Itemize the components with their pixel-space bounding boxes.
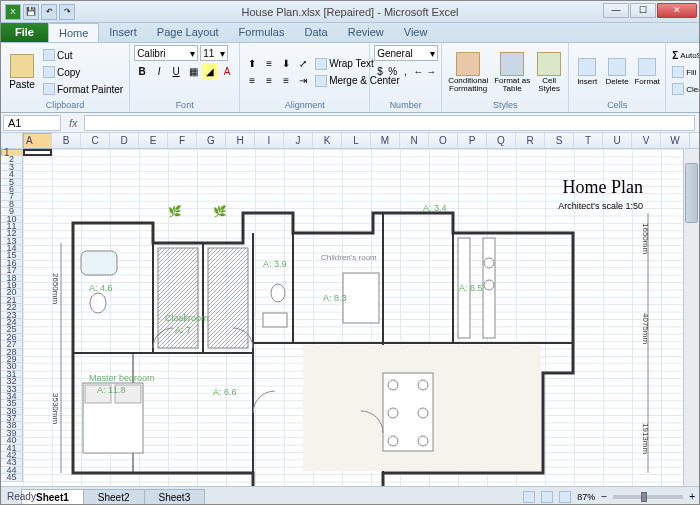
fill-button[interactable]: Fill bbox=[670, 64, 700, 80]
column-header[interactable]: C bbox=[81, 133, 110, 148]
save-icon[interactable]: 💾 bbox=[23, 4, 39, 20]
percent-button[interactable]: % bbox=[387, 63, 399, 79]
underline-button[interactable]: U bbox=[168, 63, 184, 79]
page-break-view-icon[interactable] bbox=[559, 491, 571, 503]
normal-view-icon[interactable] bbox=[523, 491, 535, 503]
maximize-button[interactable]: ☐ bbox=[630, 3, 656, 18]
column-header[interactable]: T bbox=[574, 133, 603, 148]
column-header[interactable]: Q bbox=[487, 133, 516, 148]
column-header[interactable]: H bbox=[226, 133, 255, 148]
number-format-select[interactable]: General▾ bbox=[374, 45, 438, 61]
file-tab[interactable]: File bbox=[1, 23, 48, 42]
cut-button[interactable]: Cut bbox=[41, 47, 125, 63]
floor-plan-image[interactable]: Home Plan Architect's scale 1:50 bbox=[53, 173, 673, 486]
indent-button[interactable]: ⇥ bbox=[295, 73, 311, 89]
column-header[interactable]: U bbox=[603, 133, 632, 148]
column-header[interactable]: K bbox=[313, 133, 342, 148]
row-header[interactable]: 45 bbox=[1, 474, 23, 481]
fill-color-button[interactable]: ◢ bbox=[202, 63, 218, 79]
fx-label[interactable]: fx bbox=[63, 117, 84, 129]
minimize-button[interactable]: — bbox=[603, 3, 629, 18]
copy-button[interactable]: Copy bbox=[41, 64, 125, 80]
bold-button[interactable]: B bbox=[134, 63, 150, 79]
paste-button[interactable]: Paste bbox=[5, 45, 39, 99]
column-header[interactable]: L bbox=[342, 133, 371, 148]
zoom-in-button[interactable]: + bbox=[689, 491, 695, 502]
comma-button[interactable]: , bbox=[399, 63, 411, 79]
column-header[interactable]: J bbox=[284, 133, 313, 148]
column-header[interactable]: M bbox=[371, 133, 400, 148]
column-header[interactable]: N bbox=[400, 133, 429, 148]
room-label: A: 8.3 bbox=[323, 293, 347, 303]
redo-icon[interactable]: ↷ bbox=[59, 4, 75, 20]
align-top-button[interactable]: ⬆ bbox=[244, 56, 260, 72]
format-painter-button[interactable]: Format Painter bbox=[41, 81, 125, 97]
status-ready: Ready bbox=[7, 491, 36, 502]
sheet-tab-2[interactable]: Sheet2 bbox=[83, 489, 145, 505]
room-label: A: 3.4 bbox=[423, 203, 447, 213]
currency-button[interactable]: $ bbox=[374, 63, 386, 79]
italic-button[interactable]: I bbox=[151, 63, 167, 79]
tab-data[interactable]: Data bbox=[294, 23, 337, 42]
align-left-button[interactable]: ≡ bbox=[244, 73, 260, 89]
font-name-select[interactable]: Calibri▾ bbox=[134, 45, 198, 61]
zoom-slider-thumb[interactable] bbox=[641, 492, 647, 502]
tab-formulas[interactable]: Formulas bbox=[229, 23, 295, 42]
column-header[interactable]: D bbox=[110, 133, 139, 148]
page-layout-view-icon[interactable] bbox=[541, 491, 553, 503]
column-header[interactable]: I bbox=[255, 133, 284, 148]
font-size-select[interactable]: 11▾ bbox=[200, 45, 228, 61]
decimal-dec-button[interactable]: → bbox=[425, 63, 437, 79]
clear-button[interactable]: Clear bbox=[670, 81, 700, 97]
column-header[interactable]: S bbox=[545, 133, 574, 148]
column-header[interactable]: E bbox=[139, 133, 168, 148]
column-header[interactable]: B bbox=[52, 133, 81, 148]
autosum-button[interactable]: ΣAutoSum bbox=[670, 47, 700, 63]
zoom-level[interactable]: 87% bbox=[577, 492, 595, 502]
close-button[interactable]: ✕ bbox=[657, 3, 697, 18]
orientation-button[interactable]: ⤢ bbox=[295, 56, 311, 72]
column-header[interactable]: P bbox=[458, 133, 487, 148]
dimension: 1913mm bbox=[641, 423, 650, 454]
align-middle-button[interactable]: ≡ bbox=[261, 56, 277, 72]
border-button[interactable]: ▦ bbox=[185, 63, 201, 79]
align-right-button[interactable]: ≡ bbox=[278, 73, 294, 89]
scrollbar-thumb[interactable] bbox=[685, 163, 698, 223]
cell-styles-button[interactable]: Cell Styles bbox=[534, 45, 564, 99]
column-header[interactable]: F bbox=[168, 133, 197, 148]
align-center-button[interactable]: ≡ bbox=[261, 73, 277, 89]
zoom-out-button[interactable]: − bbox=[601, 491, 607, 502]
decimal-inc-button[interactable]: ← bbox=[412, 63, 424, 79]
name-box[interactable]: A1 bbox=[3, 115, 61, 131]
column-header[interactable]: O bbox=[429, 133, 458, 148]
undo-icon[interactable]: ↶ bbox=[41, 4, 57, 20]
format-cells-button[interactable]: Format bbox=[633, 45, 661, 99]
tab-review[interactable]: Review bbox=[338, 23, 394, 42]
vertical-scrollbar[interactable] bbox=[683, 149, 699, 486]
column-header[interactable]: G bbox=[197, 133, 226, 148]
column-header[interactable]: W bbox=[661, 133, 690, 148]
formula-input[interactable] bbox=[84, 115, 695, 131]
select-all-corner[interactable] bbox=[1, 133, 23, 148]
conditional-formatting-button[interactable]: Conditional Formatting bbox=[446, 45, 490, 99]
delete-cells-button[interactable]: Delete bbox=[603, 45, 631, 99]
font-color-button[interactable]: A bbox=[219, 63, 235, 79]
align-bottom-button[interactable]: ⬇ bbox=[278, 56, 294, 72]
format-as-table-button[interactable]: Format as Table bbox=[492, 45, 532, 99]
column-header[interactable]: R bbox=[516, 133, 545, 148]
tab-view[interactable]: View bbox=[394, 23, 438, 42]
tab-home[interactable]: Home bbox=[48, 23, 99, 42]
tab-page-layout[interactable]: Page Layout bbox=[147, 23, 229, 42]
dimension: 1650mm bbox=[641, 223, 650, 254]
excel-icon[interactable]: X bbox=[5, 4, 21, 20]
zoom-slider[interactable] bbox=[613, 495, 683, 499]
column-header[interactable]: V bbox=[632, 133, 661, 148]
cell-grid[interactable]: Home Plan Architect's scale 1:50 bbox=[23, 149, 683, 486]
svg-point-32 bbox=[90, 293, 106, 313]
tab-insert[interactable]: Insert bbox=[99, 23, 147, 42]
sheet-tab-3[interactable]: Sheet3 bbox=[144, 489, 206, 505]
title-bar: X 💾 ↶ ↷ House Plan.xlsx [Repaired] - Mic… bbox=[1, 1, 699, 23]
column-header[interactable]: A bbox=[23, 133, 52, 149]
insert-cells-button[interactable]: Insert bbox=[573, 45, 601, 99]
spreadsheet: ABCDEFGHIJKLMNOPQRSTUVW 1234567891011121… bbox=[1, 133, 699, 486]
